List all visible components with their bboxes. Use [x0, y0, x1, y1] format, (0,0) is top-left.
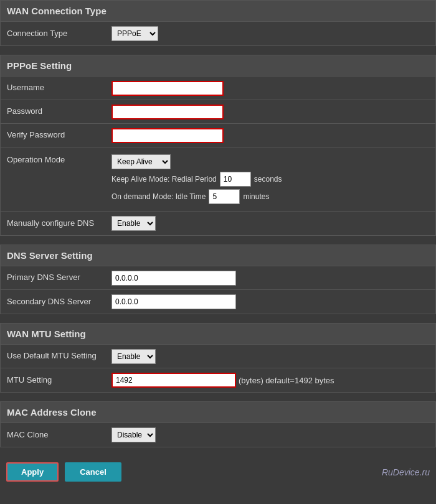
pppoe-setting-header: PPPoE Setting [1, 55, 435, 77]
pppoe-setting-section: PPPoE Setting Username Password Verify P… [0, 55, 436, 236]
username-label: Username [1, 79, 107, 97]
mtu-setting-value: (bytes) default=1492 bytes [107, 370, 435, 391]
mac-clone-row: MAC Clone Disable Enable [1, 423, 435, 447]
password-label: Password [1, 103, 107, 121]
manually-configure-dns-value: Enable Disable [107, 213, 435, 234]
verify-password-value [107, 125, 435, 146]
apply-button[interactable]: Apply [6, 462, 59, 482]
connection-type-row: Connection Type PPPoE DHCP Static IP L2T… [1, 22, 435, 45]
mtu-setting-input[interactable] [111, 373, 236, 388]
secondary-dns-row: Secondary DNS Server [1, 290, 435, 314]
wan-connection-type-header: WAN Connection Type [1, 1, 435, 22]
wan-mtu-setting-header: WAN MTU Setting [1, 324, 435, 345]
connection-type-value: PPPoE DHCP Static IP L2TP PPTP [107, 23, 435, 44]
dns-server-setting-header: DNS Server Setting [1, 245, 435, 266]
page-wrapper: WAN Connection Type Connection Type PPPo… [0, 0, 436, 488]
primary-dns-input[interactable] [111, 271, 236, 286]
manually-configure-dns-select[interactable]: Enable Disable [111, 216, 156, 231]
use-default-mtu-select[interactable]: Enable Disable [111, 349, 156, 364]
mac-clone-label: MAC Clone [1, 426, 107, 444]
mac-address-clone-section: MAC Address Clone MAC Clone Disable Enab… [0, 401, 436, 447]
keep-alive-text: Keep Alive Mode: Redial Period [111, 175, 217, 184]
use-default-mtu-row: Use Default MTU Setting Enable Disable [1, 345, 435, 368]
manually-configure-dns-row: Manually configure DNS Enable Disable [1, 212, 435, 235]
password-value [107, 101, 435, 123]
wan-mtu-setting-section: WAN MTU Setting Use Default MTU Setting … [0, 323, 436, 393]
secondary-dns-value [107, 291, 435, 312]
mtu-suffix: (bytes) default=1492 bytes [239, 376, 334, 385]
mac-clone-value: Disable Enable [107, 424, 435, 446]
wan-connection-type-body: Connection Type PPPoE DHCP Static IP L2T… [1, 22, 435, 45]
cancel-button[interactable]: Cancel [65, 462, 121, 482]
secondary-dns-input[interactable] [111, 294, 236, 309]
username-row: Username [1, 77, 435, 100]
use-default-mtu-value: Enable Disable [107, 346, 435, 367]
redial-period-input[interactable] [220, 172, 251, 187]
mac-address-clone-header: MAC Address Clone [1, 402, 435, 423]
seconds-label: seconds [254, 175, 282, 184]
connection-type-select[interactable]: PPPoE DHCP Static IP L2TP PPTP [111, 26, 158, 41]
operation-mode-label: Operation Mode [1, 151, 107, 169]
on-demand-text: On demand Mode: Idle Time [111, 192, 206, 201]
primary-dns-row: Primary DNS Server [1, 266, 435, 290]
use-default-mtu-label: Use Default MTU Setting [1, 347, 107, 365]
pppoe-setting-body: Username Password Verify Password [1, 77, 435, 235]
mtu-setting-label: MTU Setting [1, 371, 107, 390]
primary-dns-value [107, 268, 435, 289]
verify-password-row: Verify Password [1, 124, 435, 147]
verify-password-label: Verify Password [1, 126, 107, 144]
wan-mtu-setting-body: Use Default MTU Setting Enable Disable M… [1, 345, 435, 392]
idle-time-input[interactable] [209, 189, 240, 204]
operation-mode-value: Keep Alive On Demand Manual Keep Alive M… [107, 151, 435, 207]
operation-mode-row: Operation Mode Keep Alive On Demand Manu… [1, 147, 435, 212]
watermark: RuDevice.ru [382, 467, 430, 477]
secondary-dns-label: Secondary DNS Server [1, 293, 107, 311]
operation-mode-area: Keep Alive On Demand Manual Keep Alive M… [111, 154, 282, 204]
username-value [107, 78, 435, 99]
dns-server-setting-body: Primary DNS Server Secondary DNS Server [1, 266, 435, 314]
connection-type-label: Connection Type [1, 25, 107, 43]
btn-left-group: Apply Cancel [6, 462, 121, 482]
mtu-setting-row: MTU Setting (bytes) default=1492 bytes [1, 368, 435, 392]
username-input[interactable] [111, 81, 224, 96]
minutes-label: minutes [243, 192, 269, 201]
button-row: Apply Cancel RuDevice.ru [0, 456, 436, 488]
password-row: Password [1, 100, 435, 124]
wan-connection-type-section: WAN Connection Type Connection Type PPPo… [0, 0, 436, 46]
operation-mode-select[interactable]: Keep Alive On Demand Manual [111, 154, 171, 169]
primary-dns-label: Primary DNS Server [1, 269, 107, 287]
manually-configure-dns-label: Manually configure DNS [1, 215, 107, 233]
mac-clone-select[interactable]: Disable Enable [111, 427, 156, 442]
keep-alive-line: Keep Alive Mode: Redial Period seconds [111, 172, 282, 187]
mac-address-clone-body: MAC Clone Disable Enable [1, 423, 435, 447]
on-demand-line: On demand Mode: Idle Time minutes [111, 189, 282, 204]
verify-password-input[interactable] [111, 128, 224, 143]
password-input[interactable] [111, 105, 224, 119]
dns-server-setting-section: DNS Server Setting Primary DNS Server Se… [0, 245, 436, 314]
